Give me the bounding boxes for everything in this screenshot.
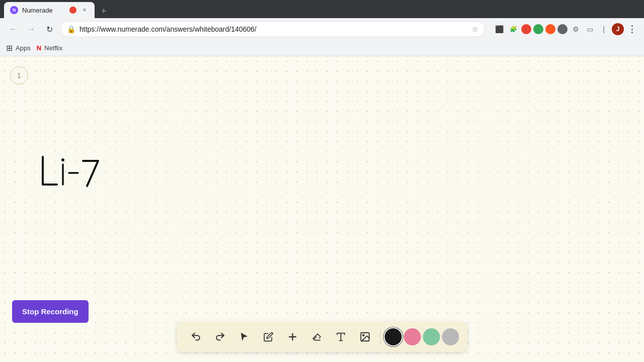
active-tab[interactable]: N Numerade × [4, 2, 95, 18]
tablet-icon[interactable]: ▭ [584, 23, 596, 35]
undo-icon [191, 331, 202, 342]
lock-icon: 🔒 [67, 25, 75, 33]
extensions-icon[interactable]: 🧩 [507, 23, 519, 35]
settings-icon[interactable]: ⚙ [570, 23, 582, 35]
new-tab-button[interactable]: + [97, 4, 111, 18]
text-icon [336, 331, 347, 342]
bookmark-apps[interactable]: ⊞ Apps [6, 43, 31, 53]
ext3[interactable] [545, 24, 555, 34]
tab-close-button[interactable]: × [80, 6, 89, 14]
tab-bar: N Numerade × + [0, 0, 644, 18]
add-button[interactable] [282, 326, 304, 348]
bookmarks-bar: ⊞ Apps N Netflix [0, 40, 644, 56]
svg-point-0 [61, 158, 64, 161]
cast-icon[interactable]: ⬛ [493, 23, 505, 35]
bookmark-apps-label: Apps [16, 44, 31, 52]
image-button[interactable] [354, 326, 376, 348]
pencil-icon [264, 332, 274, 342]
plus-icon [287, 331, 298, 342]
image-icon [360, 331, 371, 342]
color-black-button[interactable] [385, 328, 402, 345]
profile-button[interactable]: J [612, 23, 624, 35]
netflix-icon: N [37, 44, 41, 52]
cursor-icon [239, 332, 250, 342]
color-gray-button[interactable] [442, 328, 459, 345]
back-button[interactable]: ← [6, 22, 20, 36]
browser-frame: N Numerade × + ← → ↻ 🔒 https://www.numer… [0, 0, 644, 362]
ext1[interactable] [521, 24, 531, 34]
nav-right-icons: ⬛ 🧩 ⚙ ▭ | J ⋮ [493, 23, 638, 35]
url-text: https://www.numerade.com/answers/whitebo… [79, 25, 468, 33]
refresh-button[interactable]: ↻ [42, 22, 56, 36]
stop-recording-button[interactable]: Stop Recording [12, 300, 89, 323]
bookmark-netflix-label: Netflix [44, 44, 62, 52]
math-drawing [38, 152, 108, 197]
profile-divider: | [598, 23, 610, 35]
whiteboard[interactable]: 1 Stop Recording [0, 56, 644, 362]
menu-button[interactable]: ⋮ [626, 23, 638, 35]
toolbar-divider [380, 330, 381, 344]
svg-point-4 [363, 334, 364, 336]
tab-favicon: N [10, 6, 18, 14]
page-number: 1 [17, 71, 21, 79]
color-pink-button[interactable] [404, 328, 421, 345]
bookmark-netflix[interactable]: N Netflix [37, 44, 63, 52]
eraser-button[interactable] [306, 326, 328, 348]
page-indicator: 1 [10, 66, 28, 84]
ext2[interactable] [533, 24, 543, 34]
apps-grid-icon: ⊞ [6, 43, 13, 53]
undo-button[interactable] [185, 326, 207, 348]
redo-icon [215, 331, 226, 342]
select-button[interactable] [233, 326, 256, 348]
math-content [38, 152, 108, 199]
text-button[interactable] [330, 326, 352, 348]
forward-button[interactable]: → [24, 22, 38, 36]
star-icon[interactable]: ☆ [472, 25, 478, 33]
eraser-icon [312, 332, 322, 342]
pencil-button[interactable] [258, 326, 280, 348]
tab-recording-indicator [69, 7, 76, 14]
redo-button[interactable] [209, 326, 231, 348]
tab-title: Numerade [22, 7, 65, 14]
address-bar[interactable]: 🔒 https://www.numerade.com/answers/white… [60, 21, 485, 37]
ext4[interactable] [557, 24, 568, 34]
drawing-toolbar [177, 322, 467, 352]
nav-bar: ← → ↻ 🔒 https://www.numerade.com/answers… [0, 18, 644, 40]
color-green-button[interactable] [423, 328, 440, 345]
